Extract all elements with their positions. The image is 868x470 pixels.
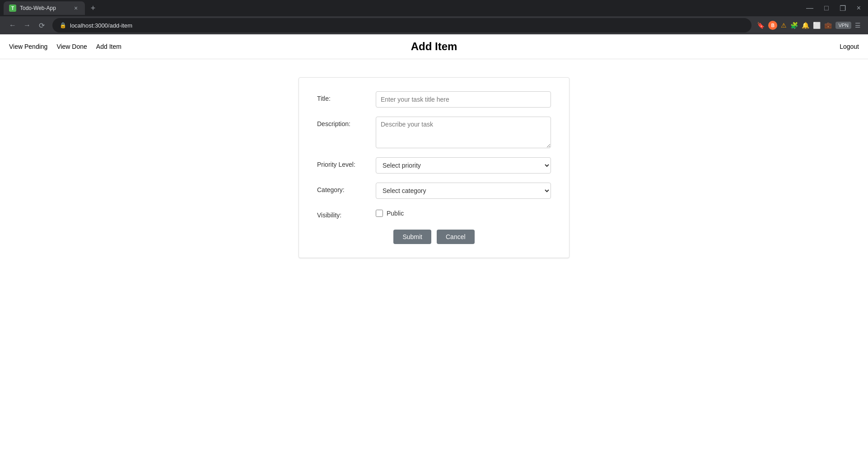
title-label: Title:	[317, 91, 367, 102]
tab-close-button[interactable]: ×	[72, 5, 79, 12]
description-row: Description:	[317, 117, 551, 148]
reload-button[interactable]: ⟳	[36, 20, 47, 31]
cancel-button[interactable]: Cancel	[437, 230, 475, 244]
back-button[interactable]: ←	[7, 20, 18, 31]
address-bar: ← → ⟳ 🔒 localhost:3000/add-item 🔖 B ⚠ 🧩 …	[0, 16, 868, 34]
visibility-content: Public	[376, 210, 404, 217]
visibility-label: Visibility:	[317, 208, 367, 219]
active-tab[interactable]: T Todo-Web-App ×	[4, 1, 85, 15]
vpn-badge[interactable]: VPN	[835, 22, 851, 29]
form-buttons: Submit Cancel	[317, 230, 551, 244]
menu-icon[interactable]: ☰	[855, 22, 861, 29]
browser-chrome: T Todo-Web-App × + — □ ❐ × ← → ⟳ 🔒 local…	[0, 0, 868, 34]
category-label: Category:	[317, 183, 367, 193]
description-label: Description:	[317, 117, 367, 127]
url-text: localhost:3000/add-item	[70, 22, 132, 29]
warning-icon: ⚠	[781, 22, 787, 29]
nav-view-done[interactable]: View Done	[56, 43, 87, 50]
window-controls: — □ ❐ ×	[803, 2, 864, 14]
nav-links: View Pending View Done Add Item	[9, 43, 121, 50]
submit-button[interactable]: Submit	[393, 230, 431, 244]
category-select[interactable]: Select category Work Personal Shopping O…	[376, 183, 551, 199]
close-button[interactable]: ×	[853, 2, 864, 14]
tab-favicon: T	[9, 5, 16, 12]
visibility-checkbox-label: Public	[387, 210, 404, 217]
page-title: Add Item	[411, 40, 457, 53]
browser-actions: 🔖 B ⚠ 🧩 🔔 ⬜ 💼 VPN ☰	[757, 21, 861, 30]
forward-button[interactable]: →	[22, 20, 33, 31]
priority-row: Priority Level: Select priority Low Medi…	[317, 157, 551, 174]
new-tab-button[interactable]: +	[87, 2, 99, 14]
brave-icon: B	[768, 21, 777, 30]
minimize-button[interactable]: —	[803, 2, 817, 14]
tab-title: Todo-Web-App	[20, 5, 69, 11]
title-input[interactable]	[376, 91, 551, 108]
nav-view-pending[interactable]: View Pending	[9, 43, 47, 50]
priority-label: Priority Level:	[317, 157, 367, 168]
maximize-button[interactable]: □	[821, 2, 832, 14]
nav-right: Logout	[840, 43, 859, 50]
category-row: Category: Select category Work Personal …	[317, 183, 551, 199]
form-container: Title: Description: Priority Level: Sele…	[0, 59, 868, 276]
nav-buttons: ← → ⟳	[7, 20, 47, 31]
nav-add-item[interactable]: Add Item	[96, 43, 121, 50]
tab-bar: T Todo-Web-App × + — □ ❐ ×	[0, 0, 868, 16]
restore-button[interactable]: ❐	[836, 2, 849, 14]
bookmark-icon[interactable]: 🔖	[757, 22, 765, 29]
visibility-checkbox[interactable]	[376, 210, 383, 217]
extensions-icon[interactable]: 🧩	[790, 22, 798, 29]
logout-button[interactable]: Logout	[840, 43, 859, 50]
title-row: Title:	[317, 91, 551, 108]
app-nav: View Pending View Done Add Item Add Item…	[0, 34, 868, 59]
tablet-icon[interactable]: ⬜	[813, 22, 821, 29]
url-bar[interactable]: 🔒 localhost:3000/add-item	[52, 18, 751, 33]
description-textarea[interactable]	[376, 117, 551, 148]
bell-icon[interactable]: 🔔	[802, 22, 809, 29]
wallet-icon[interactable]: 💼	[824, 22, 832, 29]
visibility-row: Visibility: Public	[317, 208, 551, 219]
lock-icon: 🔒	[60, 22, 66, 28]
priority-select[interactable]: Select priority Low Medium High	[376, 157, 551, 174]
add-item-form-card: Title: Description: Priority Level: Sele…	[299, 77, 569, 258]
